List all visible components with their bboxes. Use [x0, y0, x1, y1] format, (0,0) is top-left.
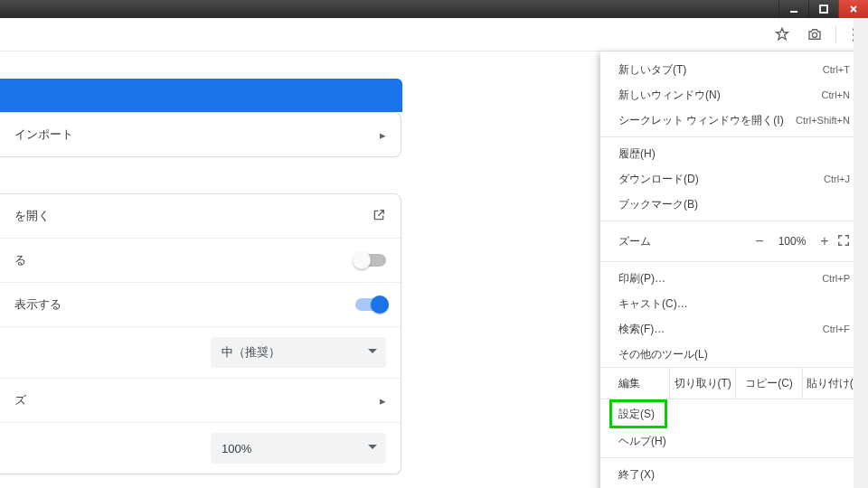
menu-separator: [600, 136, 868, 137]
zoom-minus-button[interactable]: −: [747, 233, 772, 249]
font-size-select-value: 中（推奨）: [222, 344, 280, 361]
menu-new-tab-label: 新しいタブ(T): [618, 62, 823, 78]
open-row[interactable]: を開く: [0, 194, 401, 238]
caret-down-icon: [368, 349, 377, 353]
toggle2-row: 表示する: [0, 282, 401, 326]
menu-incognito-shortcut: Ctrl+Shift+N: [796, 115, 850, 126]
menu-settings-label: 設定(S): [618, 407, 658, 422]
menu-bookmarks[interactable]: ブックマーク(B): [600, 192, 868, 217]
page-zoom-select[interactable]: 100%: [211, 433, 386, 464]
font-select-row: 中（推奨）: [0, 326, 401, 378]
open-in-new-icon: [372, 208, 386, 225]
menu-new-tab[interactable]: 新しいタブ(T) Ctrl+T: [600, 57, 868, 82]
zoom-plus-button[interactable]: +: [812, 233, 837, 249]
menu-new-tab-shortcut: Ctrl+T: [823, 64, 850, 75]
menu-cast[interactable]: キャスト(C)…: [600, 291, 868, 316]
open-row-label: を開く: [14, 208, 50, 224]
zoom-value: 100%: [772, 235, 812, 248]
menu-separator: [600, 261, 868, 262]
menu-edit-row: 編集 切り取り(T) コピー(C) 貼り付け(P): [600, 367, 868, 399]
menu-find-label: 検索(F)…: [618, 322, 823, 337]
menu-separator: [600, 221, 868, 221]
settings-card-appearance: を開く る 表示する 中（推奨） ズ ▸: [0, 193, 401, 474]
page-content: インポート ▸ を開く る 表示する 中（推奨）: [0, 52, 868, 488]
import-row[interactable]: インポート ▸: [0, 113, 401, 156]
font-size-select[interactable]: 中（推奨）: [211, 337, 386, 368]
menu-find-shortcut: Ctrl+F: [823, 324, 850, 334]
menu-settings[interactable]: 設定(S): [611, 401, 665, 427]
menu-downloads-label: ダウンロード(D): [618, 172, 824, 187]
menu-edit-label: 編集: [600, 368, 670, 399]
toggle2-label: 表示する: [14, 296, 61, 313]
menu-edit-cut[interactable]: 切り取り(T): [670, 368, 736, 399]
toggle1-row: る: [0, 238, 401, 282]
toolbar-separator: [835, 25, 836, 43]
toggle1-label: る: [14, 252, 26, 268]
menu-history-label: 履歴(H): [618, 146, 850, 162]
menu-bookmarks-label: ブックマーク(B): [618, 197, 850, 212]
bookmark-star-icon[interactable]: [774, 26, 790, 42]
menu-cast-label: キャスト(C)…: [618, 296, 850, 312]
settings-header-banner: [0, 79, 402, 112]
menu-downloads[interactable]: ダウンロード(D) Ctrl+J: [600, 166, 868, 192]
chrome-menu: 新しいタブ(T) Ctrl+T 新しいウィンドウ(N) Ctrl+N シークレッ…: [600, 52, 868, 488]
size-row[interactable]: ズ ▸: [0, 378, 401, 422]
window-close-button[interactable]: [838, 0, 868, 18]
window-titlebar: [0, 0, 868, 18]
svg-rect-1: [820, 5, 827, 13]
menu-exit-label: 終了(X): [618, 467, 850, 483]
menu-zoom-label: ズーム: [618, 234, 747, 249]
settings-card-import: インポート ▸: [0, 112, 401, 157]
svg-point-4: [812, 33, 816, 37]
menu-new-window-shortcut: Ctrl+N: [822, 89, 850, 100]
chevron-right-icon: ▸: [380, 394, 386, 408]
menu-new-window-label: 新しいウィンドウ(N): [618, 88, 822, 103]
zoom-select-row: 100%: [0, 422, 401, 474]
menu-new-window[interactable]: 新しいウィンドウ(N) Ctrl+N: [600, 82, 868, 108]
menu-edit-copy[interactable]: コピー(C): [736, 368, 802, 399]
menu-help[interactable]: ヘルプ(H): [600, 428, 868, 454]
size-row-label: ズ: [14, 392, 26, 408]
menu-more-tools[interactable]: その他のツール(L): [600, 342, 868, 367]
menu-print-label: 印刷(P)…: [618, 271, 822, 286]
fullscreen-icon[interactable]: [837, 234, 850, 249]
menu-zoom-row: ズーム − 100% +: [600, 225, 868, 258]
menu-separator: [600, 457, 868, 458]
menu-help-label: ヘルプ(H): [618, 434, 850, 449]
page-zoom-select-value: 100%: [222, 442, 251, 455]
menu-downloads-shortcut: Ctrl+J: [824, 174, 850, 184]
vertical-scrollbar[interactable]: [854, 18, 868, 488]
import-row-label: インポート: [14, 127, 73, 143]
toggle-on[interactable]: [355, 298, 386, 311]
camera-icon[interactable]: [807, 26, 823, 42]
menu-history[interactable]: 履歴(H): [600, 141, 868, 166]
menu-print[interactable]: 印刷(P)… Ctrl+P: [600, 266, 868, 291]
menu-incognito[interactable]: シークレット ウィンドウを開く(I) Ctrl+Shift+N: [600, 108, 868, 133]
window-maximize-button[interactable]: [808, 0, 838, 18]
menu-incognito-label: シークレット ウィンドウを開く(I): [618, 113, 796, 128]
menu-more-tools-label: その他のツール(L): [618, 347, 850, 362]
caret-down-icon: [368, 445, 377, 449]
menu-find[interactable]: 検索(F)… Ctrl+F: [600, 316, 868, 342]
menu-exit[interactable]: 終了(X): [600, 462, 868, 487]
toggle-off[interactable]: [355, 254, 386, 267]
browser-toolbar: [0, 18, 868, 52]
window-minimize-button[interactable]: [778, 0, 808, 18]
menu-print-shortcut: Ctrl+P: [822, 273, 850, 284]
chevron-right-icon: ▸: [380, 128, 386, 142]
